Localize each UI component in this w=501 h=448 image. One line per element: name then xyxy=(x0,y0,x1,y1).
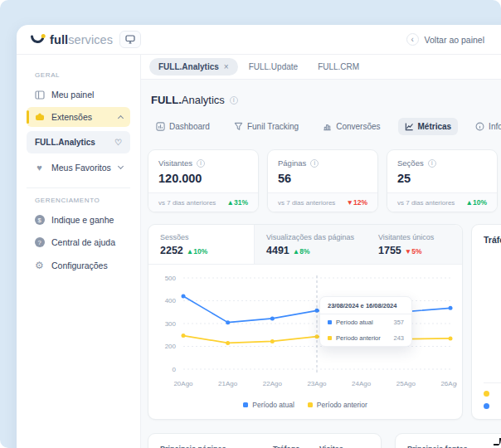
content-area: FULL.Analytics Dashboard Funil Tracking xyxy=(141,80,501,448)
top-pages-card: Principais páginas Tráfego Visitas xyxy=(148,433,382,448)
stat-tab-visitantes-unicos[interactable]: Visitantes únicos 1755▼5% xyxy=(367,225,462,264)
back-to-panel-button[interactable]: Voltar ao painel xyxy=(406,33,484,46)
help-icon xyxy=(34,237,45,247)
sidebar-item-label: Meus Favoritos xyxy=(51,163,111,173)
sidebar-item-label: Meu painel xyxy=(51,90,94,100)
card-title: Principais fontes xyxy=(407,445,501,448)
sidebar-subitem-label: FULL.Analytics xyxy=(35,138,95,147)
display-mode-button[interactable] xyxy=(119,31,141,48)
metric-value: 120.000 xyxy=(158,172,248,185)
info-icon[interactable] xyxy=(230,96,238,105)
line-chart-icon xyxy=(405,122,414,131)
legend-periodo-atual[interactable]: Período atual xyxy=(243,401,294,409)
gear-icon xyxy=(34,260,45,271)
info-icon[interactable] xyxy=(197,159,205,168)
heart-icon xyxy=(34,163,45,173)
chevron-up-icon xyxy=(118,115,124,121)
panel-icon xyxy=(34,90,45,100)
top-sources-card: Principais fontes xyxy=(395,433,501,448)
traffic-card-title: Tráfego xyxy=(484,235,501,245)
sidebar-item-indique-e-ganhe[interactable]: Indique e ganhe xyxy=(27,210,130,230)
back-to-panel-label: Voltar ao painel xyxy=(425,35,484,45)
metric-cards: Visitantes 120.000 vs 7 dias anteriores … xyxy=(148,149,501,212)
column-header: Principais páginas xyxy=(160,445,273,448)
svg-text:24Ago: 24Ago xyxy=(352,380,372,387)
svg-text:21Ago: 21Ago xyxy=(218,380,238,387)
conversions-icon xyxy=(323,122,332,131)
metric-value: 25 xyxy=(397,172,487,185)
svg-text:22Ago: 22Ago xyxy=(263,380,283,387)
sidebar-item-configuracoes[interactable]: Configurações xyxy=(27,255,130,276)
delta-badge: ▲31% xyxy=(227,198,248,207)
line-chart: 500400300200020Ago21Ago22Ago23Ago24Ago25… xyxy=(148,265,462,396)
brand-logo: fullservices xyxy=(30,33,113,46)
tab-full-crm[interactable]: FULL.CRM xyxy=(309,58,368,75)
delta-badge: ▼12% xyxy=(347,198,367,207)
sidebar-item-label: Central de ajuda xyxy=(51,237,115,247)
sidebar-subitem-full-analytics[interactable]: FULL.Analytics xyxy=(27,131,130,153)
extensions-icon xyxy=(34,113,45,121)
sessions-chart-card: Sessões 2252▲10% Visualizações das págin… xyxy=(148,224,463,420)
tooltip-row: Período anterior 243 xyxy=(320,330,411,346)
metric-value: 56 xyxy=(278,172,367,185)
svg-text:300: 300 xyxy=(165,320,177,328)
screen: fullservices Voltar ao painel GERAL xyxy=(0,0,501,448)
svg-text:500: 500 xyxy=(165,275,177,282)
sidebar-item-label: Indique e ganhe xyxy=(51,215,114,225)
nav-dashboard[interactable]: Dashboard xyxy=(149,118,216,135)
column-header: Tráfego xyxy=(273,445,319,448)
delta-badge: ▲10% xyxy=(466,198,487,207)
divider xyxy=(484,382,501,383)
svg-text:25Ago: 25Ago xyxy=(396,380,416,387)
section-nav: Dashboard Funil Tracking Conversões xyxy=(149,118,501,135)
svg-text:400: 400 xyxy=(165,297,177,304)
chart-tooltip: 23/08/2024 e 16/08/2024 Período atual 35… xyxy=(319,296,412,347)
info-icon[interactable] xyxy=(310,159,319,168)
svg-text:23Ago: 23Ago xyxy=(307,380,327,387)
sidebar-divider xyxy=(27,187,130,188)
sidebar-item-label: Extensões xyxy=(51,112,92,122)
nav-metricas[interactable]: Métricas xyxy=(398,118,459,135)
legend-item[interactable] xyxy=(484,391,501,397)
sidebar-item-central-de-ajuda[interactable]: Central de ajuda xyxy=(27,232,130,252)
tab-label: FULL.Analytics xyxy=(158,62,219,71)
page-title: FULL.Analytics xyxy=(151,94,501,106)
sidebar-item-meus-favoritos[interactable]: Meus Favoritos xyxy=(27,158,130,178)
svg-text:200: 200 xyxy=(165,343,177,350)
close-icon[interactable] xyxy=(224,62,229,71)
nav-informacoes[interactable]: Informações xyxy=(469,118,501,135)
stat-tab-sessoes[interactable]: Sessões 2252▲10% xyxy=(148,225,255,264)
svg-text:20Ago: 20Ago xyxy=(173,380,193,387)
traffic-card: Tráfego xyxy=(471,224,501,420)
chevron-left-icon xyxy=(406,33,419,46)
tab-full-update[interactable]: FULL.Update xyxy=(240,58,307,75)
tooltip-row: Período atual 357 xyxy=(320,314,411,330)
stat-tab-visualizacoes[interactable]: Visualizações das páginas 4491▲8% xyxy=(255,225,367,264)
sidebar-section-gerenciamento: GERENCIAMENTO xyxy=(35,197,140,204)
nav-conversoes[interactable]: Conversões xyxy=(316,118,387,135)
brand-name: fullservices xyxy=(50,33,113,46)
app-tab-strip: FULL.Analytics FULL.Update FULL.CRM xyxy=(141,55,501,80)
sidebar: GERAL Meu painel Extensões FULL.Analytic… xyxy=(17,55,141,448)
svg-text:0: 0 xyxy=(173,366,177,373)
legend-periodo-anterior[interactable]: Período anterior xyxy=(308,401,367,409)
tooltip-title: 23/08/2024 e 16/08/2024 xyxy=(320,297,411,314)
dashboard-icon xyxy=(156,122,165,131)
nav-funil-tracking[interactable]: Funil Tracking xyxy=(227,118,305,135)
sidebar-item-label: Configurações xyxy=(51,261,108,270)
heart-outline-icon[interactable] xyxy=(114,138,122,147)
tab-full-analytics[interactable]: FULL.Analytics xyxy=(149,58,238,75)
svg-text:26Ago: 26Ago xyxy=(440,380,457,387)
sidebar-item-extensoes[interactable]: Extensões xyxy=(27,107,130,127)
top-bar: fullservices Voltar ao painel xyxy=(17,25,501,55)
metric-card-paginas: Páginas 56 vs 7 dias anteriores ▼12% xyxy=(267,149,378,212)
legend-item[interactable] xyxy=(484,403,501,409)
monitor-icon xyxy=(125,35,135,44)
metric-card-visitantes: Visitantes 120.000 vs 7 dias anteriores … xyxy=(148,149,259,212)
sidebar-item-meu-painel[interactable]: Meu painel xyxy=(27,85,130,105)
info-icon[interactable] xyxy=(428,159,436,168)
chart-stat-tabs: Sessões 2252▲10% Visualizações das págin… xyxy=(148,225,462,265)
info-circle-icon xyxy=(475,122,484,131)
metric-card-secoes: Seções 25 vs 7 dias anteriores ▲10% xyxy=(387,149,498,212)
chart-legend: Período atual Período anterior xyxy=(148,396,462,419)
